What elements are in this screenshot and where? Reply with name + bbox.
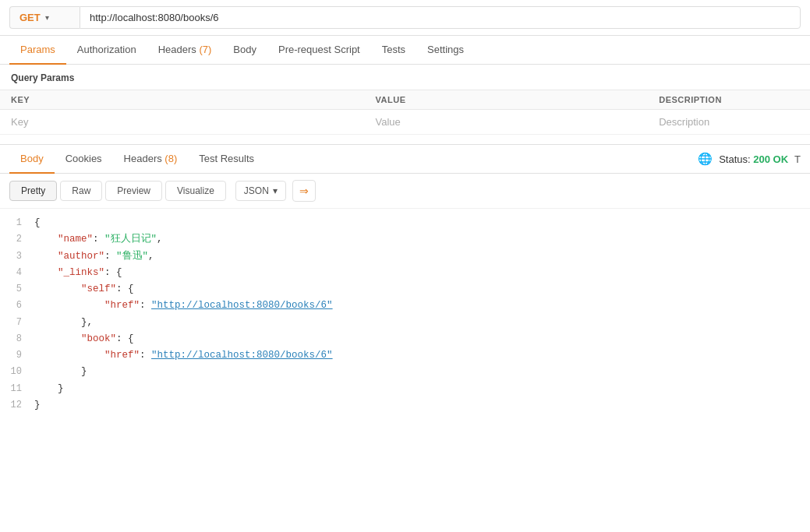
brace-token: } [81, 366, 87, 377]
view-raw-button[interactable]: Raw [60, 181, 102, 201]
key-cell[interactable]: Key [0, 110, 365, 135]
code-line: 4 "_links": { [0, 265, 810, 281]
indent-token [34, 350, 104, 361]
line-content: "href": "http://localhost:8080/books/6" [34, 347, 810, 364]
desc-cell[interactable]: Description [648, 110, 810, 135]
key-token: "self" [81, 284, 116, 294]
response-tabs-left: Body Cookies Headers (8) Test Results [9, 145, 698, 173]
punct-token: : [140, 350, 151, 361]
view-visualize-button[interactable]: Visualize [165, 181, 226, 201]
key-token: "book" [81, 333, 116, 344]
code-line: 3 "author": "鲁迅", [0, 248, 810, 265]
brace-token: } [34, 400, 41, 410]
line-content: "book": { [34, 331, 810, 347]
brace-token: }, [81, 317, 93, 328]
punct-token: , [148, 251, 154, 262]
line-number: 6 [0, 298, 34, 313]
format-bar: Pretty Raw Preview Visualize JSON ▾ ⇒ [0, 174, 810, 209]
tab-response-headers[interactable]: Headers (8) [113, 145, 189, 174]
request-tabs: Params Authorization Headers (7) Body Pr… [0, 36, 810, 65]
brace-token: { [128, 284, 134, 294]
line-number: 12 [0, 397, 34, 413]
code-line: 1{ [0, 215, 810, 231]
code-line: 7 }, [0, 315, 810, 331]
key-token: "name" [58, 234, 93, 245]
line-number: 9 [0, 347, 34, 363]
indent-token [34, 383, 58, 394]
line-number: 3 [0, 248, 34, 264]
code-line: 10 } [0, 364, 810, 380]
line-content: "author": "鲁迅", [34, 248, 810, 265]
code-line: 9 "href": "http://localhost:8080/books/6… [0, 347, 810, 364]
tab-headers[interactable]: Headers (7) [147, 36, 223, 65]
code-line: 12} [0, 397, 810, 414]
line-content: "href": "http://localhost:8080/books/6" [34, 298, 810, 314]
chevron-down-icon: ▾ [45, 13, 49, 22]
view-preview-button[interactable]: Preview [105, 181, 162, 201]
method-text: GET [19, 12, 41, 23]
url-bar: GET ▾ [0, 0, 810, 36]
col-header-desc: DESCRIPTION [648, 90, 810, 110]
indent-token [34, 300, 104, 311]
tab-tests[interactable]: Tests [371, 36, 416, 65]
tab-authorization[interactable]: Authorization [66, 36, 147, 65]
key-token: "href" [104, 300, 140, 311]
str-token: "鲁迅" [116, 251, 148, 262]
code-line: 8 "book": { [0, 331, 810, 347]
punct-token: : [140, 300, 151, 311]
view-pretty-button[interactable]: Pretty [9, 181, 57, 201]
json-response-body: 1{2 "name": "狂人日记",3 "author": "鲁迅",4 "_… [0, 209, 810, 420]
line-content: "_links": { [34, 265, 810, 281]
str-token: "狂人日记" [104, 234, 157, 245]
tab-params[interactable]: Params [9, 36, 66, 65]
brace-token: } [58, 383, 64, 394]
punct-token: : [116, 284, 128, 294]
tab-prerequest[interactable]: Pre-request Script [267, 36, 371, 65]
line-content: { [34, 215, 810, 231]
code-line: 11 } [0, 381, 810, 397]
format-dropdown[interactable]: JSON ▾ [235, 181, 286, 201]
table-row: Key Value Description [0, 110, 810, 135]
indent-token [34, 251, 58, 262]
link-token[interactable]: "http://localhost:8080/books/6" [151, 350, 333, 361]
method-selector[interactable]: GET ▾ [9, 6, 80, 29]
line-content: } [34, 381, 810, 397]
tab-body[interactable]: Body [222, 36, 267, 65]
line-number: 5 [0, 281, 34, 297]
line-number: 11 [0, 381, 34, 396]
line-number: 7 [0, 315, 34, 330]
indent-token [34, 317, 81, 328]
line-content: } [34, 364, 810, 380]
tab-test-results[interactable]: Test Results [188, 145, 265, 174]
punct-token: : [116, 333, 128, 344]
tab-response-body[interactable]: Body [9, 145, 55, 174]
response-headers-badge: (8) [164, 153, 177, 164]
format-label: JSON [244, 185, 269, 196]
link-token[interactable]: "http://localhost:8080/books/6" [151, 300, 333, 311]
line-content: }, [34, 315, 810, 331]
col-header-key: KEY [0, 90, 365, 110]
col-header-value: VALUE [365, 90, 649, 110]
key-token: "href" [104, 350, 140, 361]
time-size-info: T [794, 153, 801, 165]
indent-token [34, 267, 58, 278]
punct-token: , [157, 234, 163, 245]
tab-settings[interactable]: Settings [416, 36, 475, 65]
key-token: "author" [58, 251, 104, 262]
wrap-button[interactable]: ⇒ [292, 180, 316, 202]
line-content: } [34, 397, 810, 414]
indent-token [34, 333, 81, 344]
response-tabs: Body Cookies Headers (8) Test Results 🌐 … [0, 145, 810, 174]
indent-token [34, 366, 81, 377]
tab-response-cookies[interactable]: Cookies [55, 145, 113, 174]
line-number: 1 [0, 215, 34, 231]
line-number: 10 [0, 364, 34, 379]
punct-token: : [104, 267, 116, 278]
line-number: 4 [0, 265, 34, 280]
line-number: 8 [0, 331, 34, 347]
line-number: 2 [0, 231, 34, 247]
url-input[interactable] [80, 6, 801, 29]
value-cell[interactable]: Value [365, 110, 649, 135]
response-status-area: 🌐 Status: 200 OK T [698, 152, 801, 166]
code-line: 5 "self": { [0, 281, 810, 298]
